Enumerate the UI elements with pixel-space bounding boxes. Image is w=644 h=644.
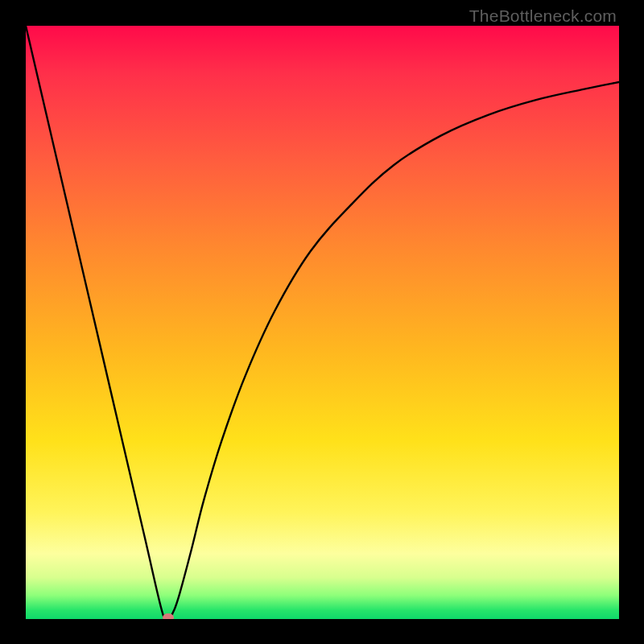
plot-area bbox=[26, 26, 619, 619]
watermark-text: TheBottleneck.com bbox=[469, 6, 617, 26]
minimum-marker bbox=[163, 613, 174, 619]
bottleneck-curve bbox=[26, 26, 619, 619]
chart-frame: TheBottleneck.com bbox=[0, 0, 644, 644]
